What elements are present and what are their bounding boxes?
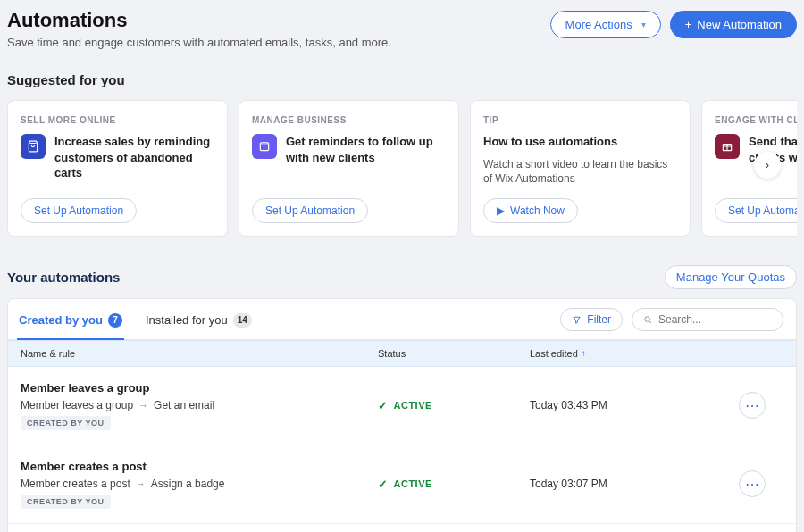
tab-count-badge: 7 [108, 313, 122, 328]
check-icon: ✓ [378, 399, 389, 412]
new-automation-button[interactable]: + New Automation [670, 11, 797, 38]
table-header: Name & rule Status Last edited ↑ [8, 340, 796, 367]
chevron-down-icon: ▾ [641, 20, 646, 29]
play-icon: ▶ [497, 204, 505, 217]
card-eyebrow: SELL MORE ONLINE [21, 115, 214, 125]
card-title: Get reminders to follow up with new clie… [286, 134, 446, 165]
page-subtitle: Save time and engage customers with auto… [7, 36, 391, 49]
more-actions-label: More Actions [565, 18, 632, 31]
sort-ascending-icon: ↑ [582, 348, 586, 358]
tab-label: Created by you [19, 313, 103, 327]
card-title: How to use automations [483, 134, 617, 150]
plus-icon: + [685, 18, 692, 31]
search-input[interactable] [658, 313, 766, 326]
created-by-you-tag: CREATED BY YOU [21, 416, 111, 430]
suggested-cards-row: SELL MORE ONLINE Increase sales by remin… [7, 100, 797, 244]
suggestion-card: MANAGE BUSINESS Get reminders to follow … [239, 100, 459, 237]
card-eyebrow: TIP [483, 115, 677, 125]
column-last-edited[interactable]: Last edited ↑ [530, 348, 739, 359]
automations-heading: Your automations [7, 270, 120, 285]
scroll-right-button[interactable]: › [754, 152, 781, 179]
automation-row[interactable]: Member creates a post Member creates a p… [8, 445, 796, 524]
card-eyebrow: MANAGE BUSINESS [252, 115, 446, 125]
svg-rect-0 [260, 143, 268, 151]
watch-now-button[interactable]: ▶ Watch Now [483, 198, 578, 223]
arrow-right-icon: → [138, 400, 148, 411]
automation-rule: Member creates a post → Assign a badge [21, 478, 378, 490]
page-title: Automations [7, 9, 391, 32]
tab-created-by-you[interactable]: Created by you 7 [17, 308, 124, 340]
last-edited: Today 03:07 PM [530, 478, 739, 490]
arrow-right-icon: → [136, 478, 146, 489]
manage-quotas-link[interactable]: Manage Your Quotas [665, 265, 797, 289]
search-icon [643, 315, 653, 325]
automation-row[interactable]: Member leaves a group Member leaves a gr… [8, 367, 796, 445]
tab-label: Installed for you [146, 313, 228, 327]
suggestion-card: SELL MORE ONLINE Increase sales by remin… [7, 100, 228, 237]
automation-row[interactable]: Member comments on a post Member comment… [8, 524, 796, 532]
chevron-right-icon: › [766, 159, 769, 171]
new-automation-label: New Automation [697, 18, 782, 31]
automation-title: Member creates a post [21, 460, 378, 473]
shopping-bag-icon [21, 134, 46, 159]
svg-point-2 [645, 317, 650, 322]
tab-count-badge: 14 [233, 313, 252, 328]
automation-title: Member leaves a group [21, 381, 378, 395]
automation-rule: Member leaves a group → Get an email [21, 399, 378, 411]
automations-panel: Created by you 7 Installed for you 14 Fi… [7, 298, 797, 532]
card-title: Increase sales by reminding customers of… [54, 134, 214, 181]
created-by-you-tag: CREATED BY YOU [21, 495, 111, 509]
column-status[interactable]: Status [378, 348, 530, 359]
tab-installed-for-you[interactable]: Installed for you 14 [144, 308, 254, 340]
suggestion-card-tip: TIP How to use automations Watch a short… [470, 100, 691, 237]
filter-label: Filter [587, 313, 611, 326]
filter-button[interactable]: Filter [560, 308, 623, 331]
card-subtext: Watch a short video to learn the basics … [483, 157, 677, 186]
watch-now-label: Watch Now [510, 204, 565, 217]
filter-icon [572, 315, 582, 325]
page-header: Automations Save time and engage custome… [7, 0, 797, 62]
status-active: ✓ ACTIVE [378, 478, 530, 491]
check-icon: ✓ [378, 478, 389, 491]
suggestion-card: ENGAGE WITH CLIENTS Send thank you email… [701, 100, 797, 237]
row-more-button[interactable]: ⋯ [739, 470, 766, 497]
search-field[interactable] [632, 308, 783, 331]
row-more-button[interactable]: ⋯ [739, 392, 766, 419]
more-horizontal-icon: ⋯ [745, 476, 760, 493]
calendar-icon [252, 134, 277, 159]
status-active: ✓ ACTIVE [378, 399, 530, 412]
setup-automation-button[interactable]: Set Up Automation [21, 198, 137, 223]
column-name[interactable]: Name & rule [21, 348, 378, 359]
suggested-heading: Suggested for you [7, 72, 797, 87]
setup-automation-button[interactable]: Set Up Automation [715, 198, 797, 223]
more-actions-button[interactable]: More Actions ▾ [550, 11, 661, 38]
last-edited: Today 03:43 PM [530, 399, 739, 411]
card-eyebrow: ENGAGE WITH CLIENTS [715, 115, 797, 125]
gift-icon [715, 134, 740, 159]
more-horizontal-icon: ⋯ [745, 397, 760, 414]
setup-automation-button[interactable]: Set Up Automation [252, 198, 368, 223]
